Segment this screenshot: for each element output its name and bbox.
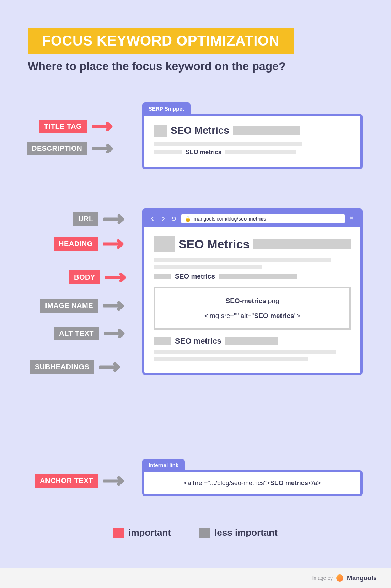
placeholder-block bbox=[253, 239, 351, 249]
label-title-tag-row: TITLE TAG bbox=[39, 120, 117, 133]
label-alt-text: ALT TEXT bbox=[54, 327, 99, 340]
label-url: URL bbox=[73, 212, 98, 226]
placeholder-block bbox=[154, 125, 167, 137]
serp-panel: SEO Metrics SEO metrics bbox=[142, 114, 363, 169]
label-heading: HEADING bbox=[54, 237, 98, 251]
url-prefix: mangools.com/blog/ bbox=[194, 216, 238, 222]
label-body: BODY bbox=[69, 270, 100, 284]
arrow-icon bbox=[99, 362, 124, 372]
arrow-icon bbox=[103, 214, 128, 224]
placeholder-block bbox=[154, 236, 175, 252]
subtitle: Where to place the focus keyword on the … bbox=[28, 60, 285, 73]
placeholder-block bbox=[225, 150, 296, 154]
placeholder-block bbox=[154, 274, 171, 279]
placeholder-line bbox=[154, 142, 302, 146]
infographic-canvas: FOCUS KEYWORD OPTIMIZATION Where to plac… bbox=[0, 0, 391, 588]
image-alt-code: <img src="" alt="SEO metrics"> bbox=[164, 312, 341, 320]
legend-swatch-less bbox=[199, 528, 210, 538]
browser-panel: 🔒 mangools.com/blog/seo-metrics SEO Metr… bbox=[142, 208, 363, 375]
anchor-code-post: </a> bbox=[308, 480, 321, 487]
label-image-name-row: IMAGE NAME bbox=[40, 299, 128, 313]
url-slug: seo-metrics bbox=[238, 216, 266, 222]
arrow-icon bbox=[103, 239, 128, 249]
body-keyword: SEO metrics bbox=[175, 272, 215, 280]
placeholder-block bbox=[225, 337, 278, 345]
legend-swatch-important bbox=[113, 528, 124, 538]
image-by-text: Image by bbox=[312, 575, 333, 581]
placeholder-block bbox=[154, 337, 171, 345]
image-filename: SEO-metrics.png bbox=[164, 297, 341, 305]
label-subheadings: SUBHEADINGS bbox=[30, 360, 94, 374]
label-heading-row: HEADING bbox=[54, 237, 128, 251]
page-heading: SEO Metrics bbox=[178, 237, 250, 251]
label-subheadings-row: SUBHEADINGS bbox=[30, 360, 124, 374]
label-description-row: DESCRIPTION bbox=[27, 142, 117, 155]
placeholder-block bbox=[154, 150, 182, 154]
back-icon bbox=[149, 216, 156, 222]
internal-link-tab: Internal link bbox=[142, 459, 185, 471]
arrow-icon bbox=[92, 144, 117, 153]
serp-title: SEO Metrics bbox=[171, 125, 229, 136]
placeholder-block bbox=[233, 126, 300, 135]
lock-icon: 🔒 bbox=[185, 216, 191, 222]
mangools-logo-icon bbox=[336, 574, 343, 582]
placeholder-line bbox=[154, 350, 336, 354]
arrow-icon bbox=[103, 301, 128, 311]
internal-link-panel: <a href=".../blog/seo-metrics">SEO metri… bbox=[142, 470, 363, 496]
anchor-code-pre: <a href=".../blog/seo-metrics"> bbox=[184, 480, 270, 487]
label-image-name: IMAGE NAME bbox=[40, 299, 98, 313]
anchor-keyword: SEO metrics bbox=[270, 480, 308, 487]
legend-label-less: less important bbox=[214, 527, 278, 538]
label-anchor-text: ANCHOR TEXT bbox=[35, 474, 98, 488]
label-title-tag: TITLE TAG bbox=[39, 120, 87, 133]
main-title: FOCUS KEYWORD OPTIMIZATION bbox=[28, 28, 294, 54]
brand-name: Mangools bbox=[347, 574, 377, 582]
placeholder-line bbox=[154, 265, 262, 269]
close-icon bbox=[349, 216, 355, 222]
reload-icon bbox=[171, 216, 177, 222]
placeholder-line bbox=[154, 258, 331, 262]
placeholder-block bbox=[219, 274, 297, 279]
serp-tab: SERP Snippet bbox=[142, 102, 191, 115]
serp-desc-keyword: SEO metrics bbox=[186, 149, 221, 156]
placeholder-line bbox=[154, 357, 308, 361]
label-description: DESCRIPTION bbox=[27, 142, 87, 155]
arrow-icon bbox=[105, 273, 130, 282]
footer: Image by Mangools bbox=[0, 568, 391, 588]
address-bar: 🔒 mangools.com/blog/seo-metrics bbox=[181, 214, 345, 223]
arrow-icon bbox=[92, 122, 117, 131]
label-anchor-text-row: ANCHOR TEXT bbox=[35, 474, 128, 488]
label-body-row: BODY bbox=[69, 270, 130, 284]
legend-label-important: important bbox=[128, 527, 171, 538]
browser-toolbar: 🔒 mangools.com/blog/seo-metrics bbox=[144, 211, 360, 227]
label-url-row: URL bbox=[73, 212, 128, 226]
forward-icon bbox=[160, 216, 166, 222]
image-box: SEO-metrics.png <img src="" alt="SEO met… bbox=[154, 287, 351, 330]
label-alt-text-row: ALT TEXT bbox=[54, 327, 129, 340]
arrow-icon bbox=[104, 329, 129, 338]
legend: important less important bbox=[0, 527, 391, 538]
subheading-keyword: SEO metrics bbox=[175, 337, 221, 346]
arrow-icon bbox=[103, 476, 128, 486]
